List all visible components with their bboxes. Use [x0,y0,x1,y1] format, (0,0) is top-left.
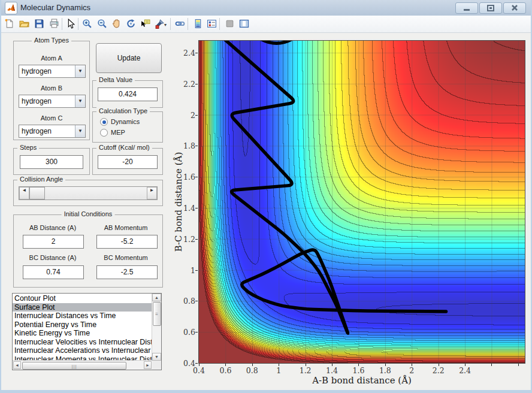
title-bar[interactable]: Molecular Dynamics [1,0,531,16]
close-button[interactable] [503,2,526,14]
tick-mark [252,364,253,366]
tick-mark [491,364,492,366]
atom-b-label: Atom B [14,84,89,92]
zoom-in-button[interactable] [81,17,94,31]
tick-mark [199,364,200,366]
tick-mark [195,53,198,53]
tick-mark [465,364,466,366]
scroll-right-icon[interactable]: ► [144,361,152,369]
tick-mark [195,239,198,240]
list-item[interactable]: Surface Plot [13,303,152,312]
tick-label: 1.6 [352,366,364,375]
list-horizontal-scrollbar[interactable]: ◄ ||| ► [13,360,152,370]
data-cursor-button[interactable] [139,17,152,31]
hscroll-thumb[interactable]: ||| [22,362,126,370]
tick-label: 1.2 [183,234,195,243]
atom-types-panel: Atom Types Atom A hydrogen ▼ Atom B hydr… [13,41,90,140]
insert-legend-button[interactable] [205,17,219,31]
window-bottom-border [1,390,531,393]
scroll-up-icon[interactable]: ▲ [152,294,161,301]
tick-label: 1.6 [183,173,195,182]
update-button[interactable]: Update [96,43,162,73]
tick-label: 0.8 [246,366,258,375]
atom-types-label: Atom Types [32,37,71,44]
radio-icon [100,118,108,126]
collision-angle-slider[interactable]: ◄ ► [19,186,158,200]
chevron-down-icon[interactable]: ▼ [75,125,85,137]
tick-label: 2 [191,110,195,119]
zoom-out-button[interactable] [96,17,109,31]
chevron-down-icon[interactable]: ▼ [75,95,85,107]
tick-mark [195,301,198,301]
tick-label: 0.6 [219,366,231,375]
atom-c-dropdown[interactable]: hydrogen ▼ [19,125,86,138]
atom-c-label: Atom C [14,114,89,122]
calculation-type-label: Calculation Type [96,107,150,114]
plot-type-listbox[interactable]: Contour PlotSurface PlotInternuclear Dis… [12,293,162,370]
ab-momentum-field[interactable]: -5.2 [96,235,158,249]
chevron-down-icon[interactable]: ▼ [75,65,85,77]
tick-mark [195,363,198,364]
list-item[interactable]: Internuclear Velocities vs Internuclear … [13,338,152,347]
atom-a-dropdown[interactable]: hydrogen ▼ [19,65,86,78]
tick-label: 1 [276,366,281,375]
new-file-button[interactable] [3,17,16,31]
atom-b-dropdown[interactable]: hydrogen ▼ [19,95,86,108]
contour-plot-canvas[interactable] [199,41,525,363]
tick-mark [195,84,198,84]
scroll-down-icon[interactable]: ▼ [152,353,161,361]
tick-label: 0.8 [183,297,195,306]
bc-distance-label: BC Distance (A) [20,254,86,261]
list-item[interactable]: Internuclear Distances vs Time [13,312,152,321]
link-plots-button[interactable] [174,17,187,31]
tick-mark [279,364,279,366]
hide-plot-tools-button[interactable] [223,17,237,31]
ab-distance-field[interactable]: 2 [23,235,84,249]
save-button[interactable] [33,17,46,31]
list-item[interactable]: Contour Plot [13,294,152,303]
atom-a-label: Atom A [14,55,89,62]
radio-dynamics[interactable]: Dynamics [100,117,158,126]
bc-distance-field[interactable]: 0.74 [23,265,84,279]
cutoff-field[interactable]: -20 [98,155,158,169]
tick-label: 2.2 [183,79,195,88]
restore-button[interactable] [479,2,502,14]
tick-mark [412,364,412,366]
tick-label: 2.4 [183,48,195,57]
tick-mark [195,115,198,116]
steps-field[interactable]: 300 [20,155,83,169]
arrow-cursor-button[interactable] [64,17,77,31]
list-item[interactable]: Internuclear Accelerations vs Internucle… [13,346,152,355]
open-folder-button[interactable] [18,17,31,31]
rotate-3d-button[interactable] [125,17,138,31]
brush-dropdown-caret[interactable]: ▾ [164,22,167,28]
tick-mark [358,364,359,366]
scrollbar-corner [152,361,161,370]
slider-thumb[interactable] [29,187,45,199]
collision-angle-panel: Collision Angle ◄ ► [13,180,163,206]
insert-colorbar-button[interactable] [192,17,205,31]
show-plot-tools-button[interactable] [238,17,251,31]
toolbar-separator [62,18,62,30]
minimize-button[interactable] [455,2,478,14]
toolbar-separator [78,18,78,30]
plot-frame [198,40,525,364]
bc-momentum-field[interactable]: -2.5 [96,265,158,279]
tick-label: 1 [191,265,195,274]
pan-hand-button[interactable] [110,17,123,31]
print-button[interactable] [48,17,61,31]
window-title: Molecular Dynamics [20,3,90,12]
tick-mark [195,177,198,177]
list-item[interactable]: Potential Energy vs Time [13,321,152,329]
scroll-left-icon[interactable]: ◄ [13,361,21,369]
tick-label: 1.2 [300,366,312,375]
slider-right-arrow[interactable]: ► [147,187,157,199]
delta-value-label: Delta Value [96,76,135,83]
atom-a-value: hydrogen [22,67,52,75]
vscroll-thumb[interactable]: ≡ [153,302,161,326]
list-vertical-scrollbar[interactable]: ▲ ≡ ▼ [152,294,161,361]
list-item[interactable]: Kinetic Energy vs Time [13,329,152,338]
slider-left-arrow[interactable]: ◄ [19,187,29,199]
radio-mep[interactable]: MEP [100,128,158,137]
delta-value-field[interactable]: 0.424 [98,87,158,101]
